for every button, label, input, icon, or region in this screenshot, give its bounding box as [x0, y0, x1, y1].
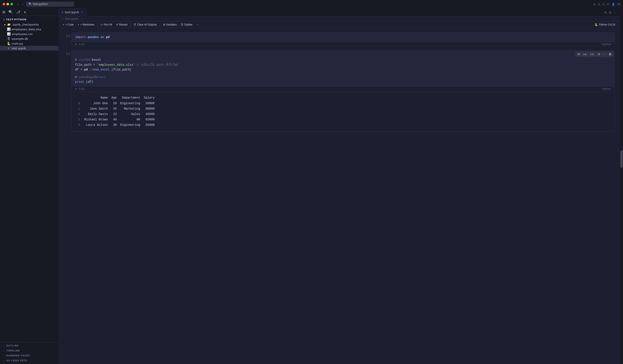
sidebar-item-running-tasks[interactable]: › RUNNING TASKS — [0, 353, 58, 358]
ipynb-icon: ⚡ — [7, 46, 10, 50]
check-icon-3: ✓ — [75, 87, 77, 91]
row-2-dept: Sales — [120, 112, 144, 117]
eq-1: = — [93, 63, 97, 67]
run-all-button[interactable]: ▷ Run All — [99, 22, 114, 27]
cell-tool-format[interactable]: ⊟ — [576, 52, 581, 56]
toolbar-separator-3 — [160, 22, 160, 27]
sidebar-item-timeline[interactable]: › TIMELINE — [0, 348, 58, 353]
extension-icon[interactable]: MI — [617, 3, 621, 6]
row-1-dept: Marketing — [120, 106, 144, 112]
cell-3-lang: Python — [602, 87, 611, 91]
settings-icon[interactable]: ⚙ — [607, 3, 609, 6]
file-item-py[interactable]: 🐍 main.py — [0, 41, 58, 46]
check-icon: ✓ — [75, 43, 77, 46]
notebook-toolbar: + + Code + + Markdown ▷ Run All ↺ Restar… — [58, 21, 620, 28]
account-icon[interactable]: 👤 — [612, 3, 615, 6]
main-content: ⚡ test.ipynb × ⚙ ⊞ ··· ⚡ test.ipynb › ..… — [58, 8, 620, 364]
cell-tool-run-below[interactable]: ▷▷ — [589, 52, 596, 56]
tab-filename: test.ipynb — [65, 11, 79, 14]
outline-label: OUTLINE — [6, 344, 19, 347]
cell-2-number: [2] — [58, 35, 70, 38]
cell-tool-delete[interactable]: 🗑 — [607, 52, 613, 56]
file-item-db[interactable]: 🗄 example.db — [0, 36, 58, 41]
add-markdown-button[interactable]: + + Markdown — [76, 22, 96, 27]
settings-icon[interactable]: ⚙ — [604, 11, 607, 14]
panel-icon[interactable]: ⊡ — [602, 3, 605, 6]
nav-back[interactable]: ‹ — [16, 2, 20, 7]
code-label: + Code — [65, 23, 74, 26]
vs-code-pets-label: VS CODE PETS — [6, 359, 27, 362]
as-keyword: as — [101, 36, 104, 39]
excel-keyword: Excel — [92, 58, 101, 61]
sidebar-item-outline[interactable]: › OUTLINE — [0, 343, 58, 348]
chevron-down-icon[interactable]: ∨ — [23, 10, 26, 14]
folder-item-checkpoints[interactable]: ▸ 📁 .ipynb_checkpoints — [0, 22, 58, 27]
more-options-icon[interactable]: ··· — [614, 11, 617, 14]
outline-icon: ☰ — [181, 23, 183, 26]
breadcrumb-icon: ⚡ — [62, 17, 64, 20]
cell-tool-more[interactable]: ··· — [602, 52, 607, 56]
cell-3-code[interactable]: # อ่านไฟล์ Excel file_path = 'employees_… — [72, 51, 615, 86]
file-item-csv[interactable]: 📊 employees.csv — [0, 32, 58, 36]
cell-tool-split[interactable]: ⊡ — [596, 52, 601, 56]
maximize-button[interactable] — [10, 3, 13, 5]
layout-icon[interactable]: ⊞ — [593, 3, 596, 6]
cell-3-number: [3] — [58, 53, 70, 56]
source-control-icon[interactable]: ⎇ — [16, 10, 20, 14]
row-3-dept: HR — [120, 117, 144, 122]
running-tasks-label: RUNNING TASKS — [6, 354, 30, 357]
row-3-name: Michael Brown — [84, 117, 111, 122]
nav-forward[interactable]: › — [21, 2, 24, 7]
cell-2-code[interactable]: import pandas as pd — [72, 33, 615, 42]
file-item-ipynb[interactable]: ⚡ test.ipynb — [0, 46, 58, 51]
python-label: Python 3.8.19 — [599, 23, 615, 26]
row-3-age: 40 — [111, 117, 120, 122]
read-excel-args: (file_path) — [111, 68, 131, 71]
split-icon[interactable]: ⊟ — [598, 3, 600, 6]
python-kernel-button[interactable]: 🐍 Python 3.8.19 — [593, 22, 617, 27]
minimize-button[interactable] — [6, 3, 9, 5]
outline-label: Outline — [184, 23, 193, 26]
table-row: 2 Emily Davis 22 Sales 45000 — [78, 112, 158, 117]
chevron-right-icon: › — [3, 344, 4, 347]
add-code-button[interactable]: + + Code — [61, 22, 75, 27]
sidebar-item-vs-code-pets[interactable]: › VS CODE PETS — [0, 358, 58, 363]
row-4-salary: 55000 — [144, 122, 158, 128]
layout-toggle-icon[interactable]: ⊞ — [609, 11, 612, 14]
variables-label: Variables — [166, 23, 177, 26]
variables-button[interactable]: ⊞ Variables — [161, 22, 179, 27]
csv-icon: 📊 — [7, 32, 10, 36]
search-sidebar-icon[interactable]: 🔍 — [8, 10, 13, 14]
table-row: 3 Michael Brown 40 HR 65000 — [78, 117, 158, 122]
outline-button[interactable]: ☰ Outline — [179, 22, 194, 27]
file-name-csv: employees.csv — [12, 32, 33, 36]
cell-3: ▶ ▾ [3] ⊟ ▷▷ ▷▷ ⊡ ··· 🗑 — [58, 50, 615, 92]
restart-button[interactable]: ↺ Restart — [114, 22, 129, 27]
close-button[interactable] — [2, 3, 5, 5]
comment-1-text: อ่านไฟล์ — [79, 58, 92, 61]
scrollbar-thumb[interactable] — [621, 150, 623, 168]
restart-icon: ↺ — [116, 23, 118, 26]
row-3-salary: 65000 — [144, 117, 158, 122]
comment-2-text: แสดงข้อมูลที่อ่านมา — [79, 75, 105, 79]
import-keyword: import — [75, 36, 86, 39]
tab-bar: ⚡ test.ipynb × ⚙ ⊞ ··· — [58, 8, 620, 17]
chevron-right-icon: › — [3, 349, 4, 352]
tab-close-button[interactable]: × — [81, 11, 83, 14]
var-df: df — [75, 68, 79, 71]
search-bar[interactable]: 🔍 test-python — [26, 2, 74, 6]
notebook-right-controls: 🐍 Python 3.8.19 — [593, 22, 617, 27]
clear-outputs-button[interactable]: ☰ Clear All Outputs — [132, 22, 158, 27]
file-item-xlsx[interactable]: 📊 employees_data.xlsx — [0, 27, 58, 32]
files-icon[interactable]: ⧉ — [2, 10, 5, 14]
sidebar-title[interactable]: ▾ TEST-PYTHON — [0, 17, 58, 22]
run-all-icon: ▷ — [101, 23, 103, 26]
tab-test-ipynb[interactable]: ⚡ test.ipynb × — [58, 8, 87, 16]
print-args: (df) — [86, 80, 93, 84]
tab-ipynb-icon: ⚡ — [61, 11, 64, 14]
row-1-salary: 60000 — [144, 106, 158, 112]
more-options-button[interactable]: ··· — [195, 22, 200, 27]
cell-tool-run-above[interactable]: ▷▷ — [582, 52, 589, 56]
output-area: ··· Name Age Department Salary 0 — [71, 93, 615, 131]
vertical-scrollbar[interactable] — [620, 8, 623, 364]
